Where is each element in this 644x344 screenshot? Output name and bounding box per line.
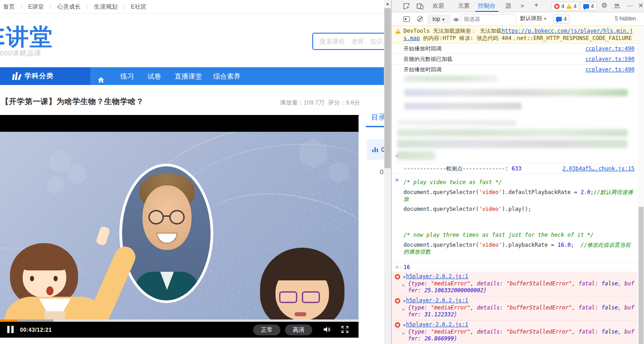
top-nav-ejiangtang[interactable]: E讲堂: [26, 3, 46, 11]
error-icon: [395, 322, 400, 328]
error-source-link[interactable]: h5player-2.6.2.js:1: [406, 297, 468, 304]
log-text: 音频的元数据已加载: [403, 56, 452, 62]
object-expand-arrow-icon[interactable]: ▶: [403, 330, 405, 337]
console-sidebar-icon[interactable]: [403, 16, 410, 22]
code-string: 'video': [479, 242, 502, 248]
console-result-row: <· 16: [392, 263, 638, 272]
speed-button[interactable]: 正常: [253, 324, 280, 335]
object-expand-arrow-icon[interactable]: ▶: [403, 306, 405, 313]
caret-down-icon: ▼: [442, 18, 445, 22]
fullscreen-icon[interactable]: [340, 325, 349, 335]
tab-console[interactable]: 控制台: [475, 0, 498, 12]
inspect-element-icon[interactable]: [403, 2, 410, 12]
code-token: ).playbackRate =: [502, 242, 558, 248]
nav-papers[interactable]: 试卷: [147, 67, 161, 85]
console-input-echo: > /* play video twice as fast */ documen…: [392, 174, 638, 263]
code-token: ;: [590, 189, 594, 195]
output-chevron-icon: <·: [395, 264, 402, 271]
tab-welcome[interactable]: 欢迎: [430, 0, 447, 12]
obj-token: "mediaError": [431, 304, 471, 311]
top-nav-eshequ[interactable]: E社区: [129, 3, 148, 11]
hexagon-decoration: [47, 175, 64, 194]
close-devtools-icon[interactable]: ✕: [638, 2, 644, 9]
console-error-row: ▶h5player-2.6.2.js:1 ▶{type: "mediaError…: [392, 296, 638, 320]
filter-input[interactable]: [461, 15, 516, 24]
people-icon[interactable]: [613, 3, 620, 11]
clear-console-icon[interactable]: [417, 16, 423, 22]
output-chevron-icon: <: [395, 153, 398, 159]
site-logo[interactable]: E讲堂: [0, 22, 53, 52]
nav-quality[interactable]: 综合素养: [213, 67, 241, 85]
obj-token: , details:: [470, 329, 506, 335]
nav-separator: |: [119, 4, 129, 10]
devtools-scrollbar-thumb[interactable]: [639, 207, 644, 344]
obj-token: 31.122332: [424, 311, 454, 318]
object-expand-arrow-icon[interactable]: ▶: [403, 282, 405, 289]
message-bubble-icon: [583, 4, 589, 9]
scroll-up-arrow-icon[interactable]: ▲: [384, 0, 391, 7]
error-warning-badge[interactable]: 4 4: [551, 2, 579, 11]
subject-category-button[interactable]: 学科分类: [0, 67, 90, 85]
glasses-bridge: [163, 215, 170, 217]
obj-token: }: [454, 311, 457, 318]
log-source-link[interactable]: ccplayer.ts:490: [585, 66, 634, 73]
error-source-link[interactable]: h5player-2.6.2.js:1: [406, 273, 468, 279]
toolbar-message-badge[interactable]: 4: [553, 15, 570, 24]
log-source-link[interactable]: ccplayer.ts:490: [585, 45, 634, 52]
top-nav-shengya[interactable]: 生涯规划: [92, 3, 119, 11]
search-input[interactable]: [320, 34, 388, 49]
obj-token: false: [601, 280, 618, 287]
error-source-link[interactable]: h5player-2.6.2.js:1: [406, 321, 468, 328]
error-object-preview: ▶{type: "mediaError", details: "bufferSt…: [403, 304, 634, 318]
message-badge[interactable]: 4: [580, 2, 597, 11]
warning-text: DevTools 无法加载源映射： 无法加载: [403, 28, 501, 34]
obj-token: , fatal:: [572, 280, 601, 287]
obj-token: "bufferStalledError": [506, 280, 572, 287]
code-token: ).defaultPlaybackRate =: [502, 189, 580, 195]
more-tabs-icon[interactable]: »: [521, 2, 524, 9]
video-player[interactable]: 他和生物有啥关系呢 EWT 升学e网通 00:43/12:21 正常 高清: [0, 115, 359, 338]
obj-token: false: [601, 304, 618, 311]
top-nav-home[interactable]: 首页: [1, 3, 17, 11]
quality-button[interactable]: 高清: [285, 324, 312, 335]
context-selector[interactable]: top ▼: [427, 15, 451, 24]
home-icon[interactable]: [97, 72, 105, 90]
obj-token: "mediaError": [431, 329, 471, 335]
teacher-glasses: [302, 291, 320, 303]
girl-mouth: [46, 286, 54, 295]
code-token: document.querySelector(: [403, 206, 479, 212]
obj-token: , fatal:: [572, 304, 601, 311]
error-object-preview: ▶{type: "mediaError", details: "bufferSt…: [403, 329, 634, 342]
overflow-menu-icon[interactable]: ⋯: [627, 2, 633, 9]
nav-live-class[interactable]: 直播课堂: [175, 67, 202, 85]
obj-token: {type:: [408, 304, 431, 311]
add-tab-icon[interactable]: +: [534, 1, 538, 9]
redacted-console-region: <: [392, 75, 638, 164]
context-value: top: [433, 16, 440, 22]
top-nav-xinling[interactable]: 心灵成长: [55, 3, 83, 11]
teacher-bangs: [273, 257, 332, 280]
console-log-row: ccplayer.ts:490 开始播放时回调: [392, 44, 638, 54]
input-chevron-icon: >: [395, 177, 398, 183]
tab-sources[interactable]: 源: [502, 0, 514, 12]
search-box: [312, 33, 391, 50]
subject-category-label: 学科分类: [25, 72, 54, 80]
pause-button[interactable]: [7, 326, 15, 333]
settings-gear-icon[interactable]: ⚙: [601, 1, 607, 10]
error-count: 4: [561, 3, 565, 10]
page-scrollbar[interactable]: ▲: [384, 0, 391, 344]
volume-icon[interactable]: [322, 325, 331, 335]
scrollbar-thumb[interactable]: [384, 8, 391, 168]
log-source-link[interactable]: ccplayer.ts:590: [585, 55, 634, 63]
checkpoint-source-link[interactable]: 2.03b4af5….chunk.js:15: [562, 165, 634, 172]
devtools-scrollbar[interactable]: [638, 26, 644, 344]
redacted-log: [404, 75, 497, 82]
eye-icon[interactable]: [452, 16, 460, 25]
caret-down-icon: ▼: [543, 17, 547, 21]
nav-practice[interactable]: 练习: [120, 67, 134, 85]
device-toolbar-icon[interactable]: [416, 2, 424, 12]
obj-token: "bufferStalledError": [506, 304, 572, 311]
tab-elements[interactable]: 元素: [455, 0, 472, 12]
log-level-selector[interactable]: 默认级别 ▼: [520, 15, 547, 22]
code-token: document.querySelector(: [403, 189, 479, 195]
